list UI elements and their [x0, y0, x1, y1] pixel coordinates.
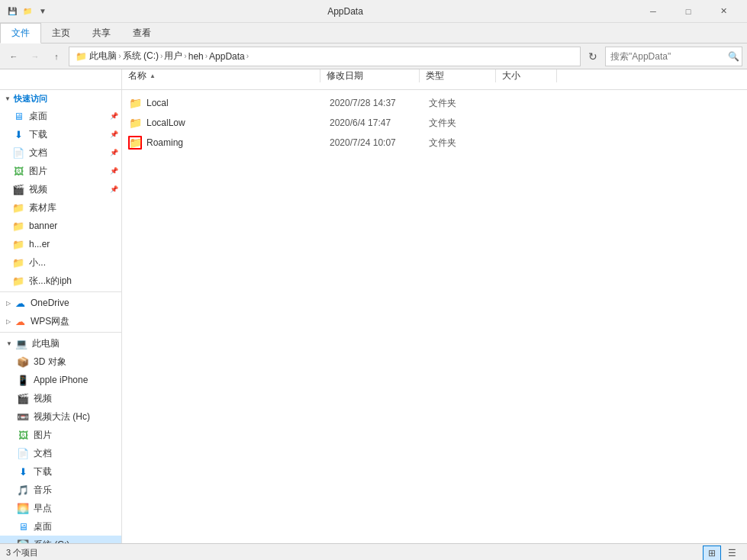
tab-file[interactable]: 文件 — [0, 23, 41, 43]
file-item-local[interactable]: 📁 Local 2020/7/28 14:37 文件夹 — [122, 93, 747, 113]
ribbon-tabs: 文件 主页 共享 查看 — [0, 23, 747, 43]
path-part-c[interactable]: 系统 (C:) — [123, 50, 159, 63]
content-area: 📁 Local 2020/7/28 14:37 文件夹 📁 LocalLow 2… — [122, 90, 747, 543]
address-bar-row: ← → ↑ 📁 此电脑 › 系统 (C:) › 用户 › heh › AppDa… — [0, 43, 747, 69]
tab-share[interactable]: 共享 — [82, 23, 122, 43]
expand-arrow: ▼ — [5, 95, 11, 102]
col-header-size[interactable]: 大小 — [496, 69, 557, 82]
col-header-name[interactable]: 名称 ▲ — [122, 69, 320, 82]
search-input[interactable] — [610, 51, 725, 62]
sidebar-item-sucai[interactable]: 📁 素材库 — [0, 198, 121, 217]
save-icon[interactable]: 💾 — [6, 5, 18, 18]
sidebar-item-pictures2[interactable]: 🖼 图片 — [0, 426, 121, 444]
sidebar-item-videofa[interactable]: 📼 视频大法 (Hc) — [0, 407, 121, 426]
file-name-locallow: LocalLow — [147, 117, 330, 128]
file-name-roaming: Roaming — [147, 137, 330, 148]
col-header-date[interactable]: 修改日期 — [320, 69, 420, 82]
folder-icon-roaming: 📁 — [128, 136, 142, 150]
title-bar: 💾 📁 ▼ AppData ─ □ ✕ — [0, 0, 747, 23]
up-button[interactable]: ↑ — [47, 47, 66, 66]
folder-icon-sucai: 📁 — [12, 201, 24, 214]
folder-icon-her: 📁 — [12, 238, 24, 250]
sidebar-item-documents2[interactable]: 📄 文档 — [0, 444, 121, 462]
minimize-button[interactable]: ─ — [636, 0, 671, 23]
folder-icon-banner: 📁 — [12, 220, 24, 232]
sidebar-item-music[interactable]: 🎵 音乐 — [0, 481, 121, 499]
back-button[interactable]: ← — [5, 47, 23, 66]
sidebar-item-desktop2[interactable]: 🖥 桌面 — [0, 517, 121, 536]
path-part-appdata[interactable]: AppData — [209, 51, 245, 62]
download-icon-pc: ⬇ — [17, 465, 29, 478]
doc-icon-pc: 📄 — [17, 447, 29, 459]
wps-icon: ☁ — [14, 315, 26, 327]
address-box[interactable]: 📁 此电脑 › 系统 (C:) › 用户 › heh › AppData › — [69, 47, 581, 66]
sidebar-item-3d[interactable]: 📦 3D 对象 — [0, 352, 121, 371]
status-item-count: 3 个项目 — [6, 547, 38, 558]
sidebar-item-onedrive[interactable]: ▷ ☁ OneDrive — [0, 294, 121, 312]
sidebar-item-wps[interactable]: ▷ ☁ WPS网盘 — [0, 312, 121, 330]
file-type-roaming: 文件夹 — [429, 137, 505, 150]
list-view-button[interactable]: ☰ — [723, 546, 741, 561]
sidebar-item-video[interactable]: 🎬 视频 — [0, 389, 121, 407]
title-bar-title: AppData — [55, 6, 636, 17]
file-item-localow[interactable]: 📁 LocalLow 2020/6/4 17:47 文件夹 — [122, 113, 747, 133]
sidebar-item-documents[interactable]: 📄 文档 📌 — [0, 143, 121, 162]
sidebar-item-small[interactable]: 📁 小... — [0, 253, 121, 272]
title-bar-controls: ─ □ ✕ — [636, 0, 741, 23]
close-button[interactable]: ✕ — [706, 0, 741, 23]
divider-1 — [0, 291, 121, 292]
path-part-user[interactable]: heh — [188, 51, 204, 62]
path-part-pc[interactable]: 此电脑 — [89, 50, 117, 63]
file-type-local: 文件夹 — [429, 97, 505, 110]
onedrive-icon: ☁ — [14, 297, 26, 309]
sidebar-item-videos[interactable]: 🎬 视频 📌 — [0, 180, 121, 198]
tab-home[interactable]: 主页 — [41, 23, 82, 43]
path-part-users[interactable]: 用户 — [164, 50, 182, 63]
forward-button[interactable]: → — [26, 47, 44, 66]
file-date-local: 2020/7/28 14:37 — [330, 98, 429, 108]
pin-icon: 📌 — [110, 112, 118, 120]
file-date-roaming: 2020/7/24 10:07 — [330, 137, 429, 148]
search-box[interactable]: 🔍 — [605, 47, 742, 66]
video-icon-pc: 🎬 — [17, 392, 29, 404]
maximize-button[interactable]: □ — [671, 0, 706, 23]
img-icon: 🖼 — [12, 165, 24, 177]
divider-2 — [0, 332, 121, 333]
new-icon[interactable]: ▼ — [37, 5, 49, 18]
path-folder-icon: 📁 — [76, 51, 87, 62]
col-header-type[interactable]: 类型 — [420, 69, 496, 82]
sidebar-item-banner[interactable]: 📁 banner — [0, 217, 121, 235]
expand-arrow-pc: ▼ — [6, 340, 12, 347]
sidebar-quick-access-header[interactable]: ▼ 快速访问 — [0, 90, 121, 107]
sidebar-item-downloads[interactable]: ⬇ 下载 📌 — [0, 125, 121, 143]
column-headers-row: 名称 ▲ 修改日期 类型 大小 — [0, 69, 747, 90]
file-item-roaming[interactable]: 📁 Roaming 2020/7/24 10:07 文件夹 — [122, 133, 747, 153]
sidebar-item-iph[interactable]: 📁 张...k的iph — [0, 272, 121, 290]
folder-icon[interactable]: 📁 — [21, 5, 34, 18]
sidebar-item-iphone[interactable]: 📱 Apple iPhone — [0, 371, 121, 389]
sidebar-item-downloads2[interactable]: ⬇ 下载 — [0, 462, 121, 481]
sidebar-item-pictures[interactable]: 🖼 图片 📌 — [0, 162, 121, 180]
tab-view[interactable]: 查看 — [122, 23, 163, 43]
desktop-icon: 🖥 — [12, 110, 24, 122]
folder-icon-small: 📁 — [12, 256, 24, 269]
folder-icon-iph: 📁 — [12, 275, 24, 287]
pin-icon-2: 📌 — [110, 130, 118, 138]
pin-icon-5: 📌 — [110, 185, 118, 193]
sidebar-item-desktop[interactable]: 🖥 桌面 📌 — [0, 107, 121, 125]
grid-view-button[interactable]: ⊞ — [703, 546, 721, 561]
pc-icon: 💻 — [15, 337, 27, 349]
sidebar: ▼ 快速访问 🖥 桌面 📌 ⬇ 下载 📌 📄 文档 📌 🖼 图片 📌 🎬 视频 … — [0, 90, 122, 543]
sidebar-item-this-pc[interactable]: ▼ 💻 此电脑 — [0, 334, 121, 352]
sidebar-item-breakfast[interactable]: 🌅 早点 — [0, 499, 121, 517]
doc-icon: 📄 — [12, 146, 24, 159]
refresh-button[interactable]: ↻ — [584, 47, 602, 66]
folder-icon-locallow: 📁 — [128, 116, 142, 130]
status-bar: 3 个项目 ⊞ ☰ — [0, 543, 747, 560]
sidebar-item-her[interactable]: 📁 h...er — [0, 235, 121, 253]
file-date-locallow: 2020/6/4 17:47 — [330, 117, 429, 128]
breakfast-icon: 🌅 — [17, 502, 29, 514]
sidebar-item-drive-c[interactable]: 💽 系统 (C:) — [0, 536, 121, 543]
video2-icon: 📼 — [17, 410, 29, 423]
video-icon: 🎬 — [12, 183, 24, 195]
